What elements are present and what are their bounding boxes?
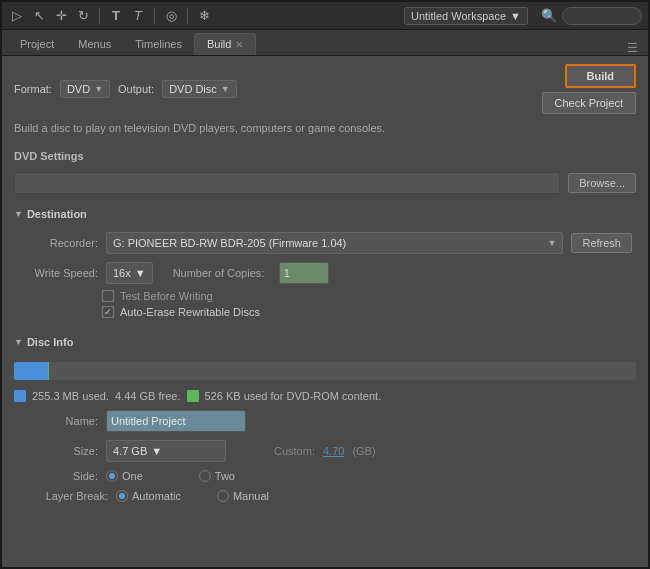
arrow-tool-icon[interactable]: ▷ xyxy=(8,7,26,25)
side-one-label: One xyxy=(122,470,143,482)
write-speed-label: Write Speed: xyxy=(18,267,98,279)
snowflake-icon[interactable]: ❄ xyxy=(195,7,213,25)
destination-body: Recorder: G: PIONEER BD-RW BDR-205 (Firm… xyxy=(2,224,648,328)
auto-erase-checkbox[interactable]: ✓ xyxy=(102,306,114,318)
destination-section: ▼ Destination Recorder: G: PIONEER BD-RW… xyxy=(2,204,648,328)
write-speed-value: 16x xyxy=(113,267,131,279)
check-project-button[interactable]: Check Project xyxy=(542,92,636,114)
workspace-dropdown[interactable]: Untitled Workspace ▼ xyxy=(404,7,528,25)
build-button[interactable]: Build xyxy=(565,64,637,88)
side-row: Side: One Two xyxy=(2,466,648,486)
search-icon: 🔍 xyxy=(540,7,558,25)
app-window: ▷ ↖ ✛ ↻ T T ◎ ❄ Untitled Workspace ▼ 🔍 P… xyxy=(0,0,650,569)
layer-break-label: Layer Break: xyxy=(18,490,108,502)
output-dropdown[interactable]: DVD Disc ▼ xyxy=(162,80,237,98)
tab-build-close[interactable]: ✕ xyxy=(235,39,243,50)
size-value: 4.7 GB xyxy=(113,445,147,457)
dvd-path-input[interactable] xyxy=(14,172,560,194)
browse-button[interactable]: Browse... xyxy=(568,173,636,193)
free-text: 4.44 GB free. xyxy=(115,390,180,402)
tab-project-label: Project xyxy=(20,38,54,50)
rotate-tool-icon[interactable]: ↻ xyxy=(74,7,92,25)
dvd-settings-header: DVD Settings xyxy=(2,146,648,166)
gb-label: (GB) xyxy=(352,445,375,457)
name-input[interactable] xyxy=(106,410,246,432)
progress-used-fill xyxy=(14,362,48,380)
dvd-settings-row: Browse... xyxy=(2,166,648,204)
size-row: Size: 4.7 GB ▼ Custom: 4.70 (GB) xyxy=(2,436,648,466)
build-buttons: Build Check Project xyxy=(542,64,636,114)
auto-erase-checkbox-row: ✓ Auto-Erase Rewritable Discs xyxy=(2,304,648,320)
size-label: Size: xyxy=(18,445,98,457)
separator-2 xyxy=(154,8,155,24)
toolbar: ▷ ↖ ✛ ↻ T T ◎ ❄ Untitled Workspace ▼ 🔍 xyxy=(2,2,648,30)
tab-menus-label: Menus xyxy=(78,38,111,50)
used-text: 255.3 MB used. xyxy=(32,390,109,402)
test-checkbox[interactable] xyxy=(102,290,114,302)
progress-bar xyxy=(14,362,636,380)
disc-info-header[interactable]: ▼ Disc Info xyxy=(2,332,648,352)
recorder-arrow-icon: ▼ xyxy=(548,238,557,248)
text-italic-tool-icon[interactable]: T xyxy=(129,7,147,25)
workspace-label: Untitled Workspace xyxy=(411,10,506,22)
layer-manual-radio[interactable]: Manual xyxy=(217,490,269,502)
speed-arrow-icon: ▼ xyxy=(135,267,146,279)
rom-swatch xyxy=(187,390,199,402)
layer-radio-group: Automatic Manual xyxy=(116,490,269,502)
layer-break-row: Layer Break: Automatic xyxy=(2,486,648,506)
used-swatch xyxy=(14,390,26,402)
tab-bar: Project Menus Timelines Build ✕ ☰ xyxy=(2,30,648,56)
side-two-circle xyxy=(199,470,211,482)
layer-automatic-label: Automatic xyxy=(132,490,181,502)
progress-section xyxy=(2,356,648,386)
side-two-radio[interactable]: Two xyxy=(199,470,235,482)
tab-project[interactable]: Project xyxy=(8,33,66,55)
destination-triangle-icon: ▼ xyxy=(14,209,23,219)
format-dropdown[interactable]: DVD ▼ xyxy=(60,80,110,98)
copies-label: Number of Copies: xyxy=(161,267,271,279)
copies-input[interactable] xyxy=(279,262,329,284)
layer-manual-label: Manual xyxy=(233,490,269,502)
format-arrow-icon: ▼ xyxy=(94,84,103,94)
tab-build[interactable]: Build ✕ xyxy=(194,33,256,55)
text-tool-icon[interactable]: T xyxy=(107,7,125,25)
destination-title: Destination xyxy=(27,208,87,220)
name-row: Name: xyxy=(2,406,648,436)
test-checkbox-label: Test Before Writing xyxy=(120,290,213,302)
layer-manual-circle xyxy=(217,490,229,502)
description-text: Build a disc to play on television DVD p… xyxy=(2,122,648,140)
settings-content[interactable]: DVD Settings Browse... ▼ Destination Rec… xyxy=(2,140,648,567)
disc-info-section: ▼ Disc Info xyxy=(2,332,648,514)
target-icon[interactable]: ◎ xyxy=(162,7,180,25)
disc-info-title: Disc Info xyxy=(27,336,73,348)
write-speed-dropdown[interactable]: 16x ▼ xyxy=(106,262,153,284)
test-checkbox-row: Test Before Writing xyxy=(2,288,648,304)
recorder-row: Recorder: G: PIONEER BD-RW BDR-205 (Firm… xyxy=(2,228,648,258)
tab-timelines[interactable]: Timelines xyxy=(123,33,194,55)
custom-value[interactable]: 4.70 xyxy=(323,445,344,457)
output-label: Output: xyxy=(118,83,154,95)
select-tool-icon[interactable]: ↖ xyxy=(30,7,48,25)
format-value: DVD xyxy=(67,83,90,95)
name-label: Name: xyxy=(18,415,98,427)
tab-menu-button[interactable]: ☰ xyxy=(623,41,642,55)
recorder-dropdown[interactable]: G: PIONEER BD-RW BDR-205 (Firmware 1.04)… xyxy=(106,232,563,254)
side-radio-group: One Two xyxy=(106,470,235,482)
disc-legend: 255.3 MB used. 4.44 GB free. 526 KB used… xyxy=(2,386,648,406)
layer-auto-circle xyxy=(116,490,128,502)
side-one-circle xyxy=(106,470,118,482)
destination-header[interactable]: ▼ Destination xyxy=(2,204,648,224)
recorder-value: G: PIONEER BD-RW BDR-205 (Firmware 1.04) xyxy=(113,237,544,249)
refresh-button[interactable]: Refresh xyxy=(571,233,632,253)
layer-automatic-radio[interactable]: Automatic xyxy=(116,490,181,502)
output-arrow-icon: ▼ xyxy=(221,84,230,94)
tab-menus[interactable]: Menus xyxy=(66,33,123,55)
workspace-arrow: ▼ xyxy=(510,10,521,22)
search-input[interactable] xyxy=(562,7,642,25)
side-one-radio[interactable]: One xyxy=(106,470,143,482)
move-tool-icon[interactable]: ✛ xyxy=(52,7,70,25)
size-dropdown[interactable]: 4.7 GB ▼ xyxy=(106,440,226,462)
separator-3 xyxy=(187,8,188,24)
rom-text: 526 KB used for DVD-ROM content. xyxy=(205,390,382,402)
disc-info-body: 255.3 MB used. 4.44 GB free. 526 KB used… xyxy=(2,352,648,514)
